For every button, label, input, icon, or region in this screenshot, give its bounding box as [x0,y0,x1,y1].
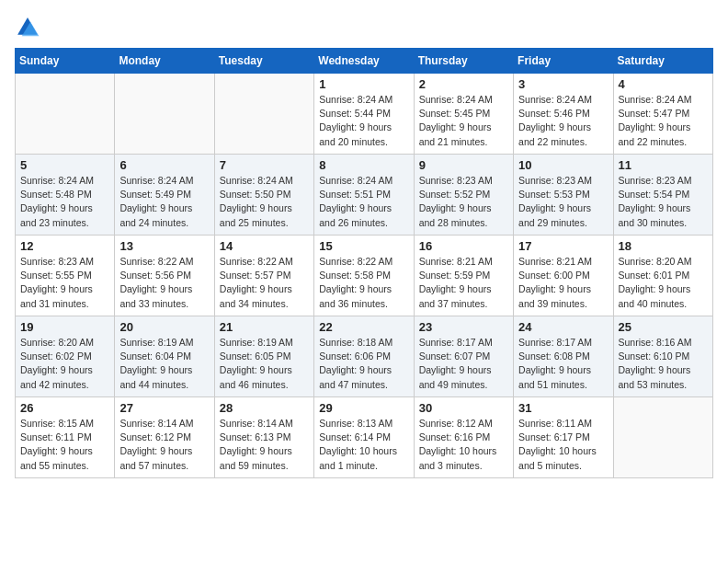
day-detail: Sunrise: 8:23 AM Sunset: 5:54 PM Dayligh… [619,174,708,230]
calendar-cell: 19Sunrise: 8:20 AM Sunset: 6:02 PM Dayli… [16,316,115,397]
day-number: 21 [220,320,309,334]
calendar-cell: 20Sunrise: 8:19 AM Sunset: 6:04 PM Dayli… [115,316,214,397]
day-detail: Sunrise: 8:16 AM Sunset: 6:10 PM Dayligh… [619,336,708,392]
day-detail: Sunrise: 8:23 AM Sunset: 5:53 PM Dayligh… [518,174,608,230]
calendar-cell: 10Sunrise: 8:23 AM Sunset: 5:53 PM Dayli… [514,155,613,236]
day-detail: Sunrise: 8:19 AM Sunset: 6:04 PM Dayligh… [119,336,209,392]
calendar-cell: 28Sunrise: 8:14 AM Sunset: 6:13 PM Dayli… [214,397,313,478]
calendar-cell: 12Sunrise: 8:23 AM Sunset: 5:55 PM Dayli… [16,236,115,316]
day-detail: Sunrise: 8:24 AM Sunset: 5:51 PM Dayligh… [319,174,408,230]
calendar-cell: 3Sunrise: 8:24 AM Sunset: 5:46 PM Daylig… [514,74,613,155]
day-detail: Sunrise: 8:24 AM Sunset: 5:47 PM Dayligh… [619,93,708,149]
day-number: 29 [319,401,408,415]
day-number: 15 [319,239,408,253]
weekday-header: Sunday [16,49,115,74]
day-number: 17 [518,239,608,253]
logo [15,15,44,40]
day-detail: Sunrise: 8:24 AM Sunset: 5:48 PM Dayligh… [20,174,109,230]
day-number: 8 [319,158,408,172]
day-detail: Sunrise: 8:21 AM Sunset: 6:00 PM Dayligh… [518,255,608,311]
calendar-week-row: 19Sunrise: 8:20 AM Sunset: 6:02 PM Dayli… [16,316,713,397]
day-number: 18 [619,239,708,253]
day-detail: Sunrise: 8:22 AM Sunset: 5:57 PM Dayligh… [220,255,309,311]
calendar-cell: 8Sunrise: 8:24 AM Sunset: 5:51 PM Daylig… [314,155,414,236]
calendar-cell: 22Sunrise: 8:18 AM Sunset: 6:06 PM Dayli… [314,316,414,397]
day-number: 12 [20,239,109,253]
day-number: 14 [220,239,309,253]
day-number: 23 [419,320,508,334]
calendar-cell: 4Sunrise: 8:24 AM Sunset: 5:47 PM Daylig… [613,74,712,155]
calendar-week-row: 1Sunrise: 8:24 AM Sunset: 5:44 PM Daylig… [16,74,713,155]
day-number: 22 [319,320,408,334]
calendar-cell: 31Sunrise: 8:11 AM Sunset: 6:17 PM Dayli… [514,397,613,478]
day-number: 9 [419,158,508,172]
calendar-week-row: 26Sunrise: 8:15 AM Sunset: 6:11 PM Dayli… [16,397,713,478]
calendar-cell: 2Sunrise: 8:24 AM Sunset: 5:45 PM Daylig… [414,74,513,155]
day-number: 10 [518,158,608,172]
day-detail: Sunrise: 8:20 AM Sunset: 6:02 PM Dayligh… [20,336,109,392]
calendar-cell [214,74,313,155]
day-detail: Sunrise: 8:12 AM Sunset: 6:16 PM Dayligh… [419,417,508,473]
weekday-header: Thursday [414,49,513,74]
page-header [15,15,713,40]
calendar-cell: 1Sunrise: 8:24 AM Sunset: 5:44 PM Daylig… [314,74,414,155]
calendar-cell: 18Sunrise: 8:20 AM Sunset: 6:01 PM Dayli… [613,236,712,316]
calendar-cell [16,74,115,155]
calendar-cell: 25Sunrise: 8:16 AM Sunset: 6:10 PM Dayli… [613,316,712,397]
day-detail: Sunrise: 8:20 AM Sunset: 6:01 PM Dayligh… [619,255,708,311]
day-detail: Sunrise: 8:17 AM Sunset: 6:07 PM Dayligh… [419,336,508,392]
day-detail: Sunrise: 8:23 AM Sunset: 5:52 PM Dayligh… [419,174,508,230]
weekday-header: Wednesday [314,49,414,74]
day-number: 3 [518,77,608,91]
day-detail: Sunrise: 8:24 AM Sunset: 5:46 PM Dayligh… [518,93,608,149]
calendar-cell: 13Sunrise: 8:22 AM Sunset: 5:56 PM Dayli… [115,236,214,316]
day-number: 30 [419,401,508,415]
calendar-cell: 17Sunrise: 8:21 AM Sunset: 6:00 PM Dayli… [514,236,613,316]
calendar-cell: 15Sunrise: 8:22 AM Sunset: 5:58 PM Dayli… [314,236,414,316]
day-detail: Sunrise: 8:14 AM Sunset: 6:12 PM Dayligh… [119,417,209,473]
day-detail: Sunrise: 8:21 AM Sunset: 5:59 PM Dayligh… [419,255,508,311]
calendar-cell: 21Sunrise: 8:19 AM Sunset: 6:05 PM Dayli… [214,316,313,397]
logo-icon [15,15,40,40]
calendar-cell: 9Sunrise: 8:23 AM Sunset: 5:52 PM Daylig… [414,155,513,236]
day-detail: Sunrise: 8:15 AM Sunset: 6:11 PM Dayligh… [20,417,109,473]
day-number: 7 [220,158,309,172]
day-number: 31 [518,401,608,415]
day-detail: Sunrise: 8:17 AM Sunset: 6:08 PM Dayligh… [518,336,608,392]
day-detail: Sunrise: 8:19 AM Sunset: 6:05 PM Dayligh… [220,336,309,392]
calendar-cell: 5Sunrise: 8:24 AM Sunset: 5:48 PM Daylig… [16,155,115,236]
day-detail: Sunrise: 8:24 AM Sunset: 5:49 PM Dayligh… [119,174,209,230]
weekday-header: Saturday [613,49,712,74]
day-number: 13 [119,239,209,253]
day-number: 16 [419,239,508,253]
weekday-header: Monday [115,49,214,74]
day-detail: Sunrise: 8:14 AM Sunset: 6:13 PM Dayligh… [220,417,309,473]
day-number: 27 [119,401,209,415]
day-number: 25 [619,320,708,334]
calendar-cell: 23Sunrise: 8:17 AM Sunset: 6:07 PM Dayli… [414,316,513,397]
calendar-cell [613,397,712,478]
calendar-cell: 11Sunrise: 8:23 AM Sunset: 5:54 PM Dayli… [613,155,712,236]
calendar-header-row: SundayMondayTuesdayWednesdayThursdayFrid… [16,49,713,74]
day-detail: Sunrise: 8:24 AM Sunset: 5:44 PM Dayligh… [319,93,408,149]
day-number: 24 [518,320,608,334]
calendar-cell: 16Sunrise: 8:21 AM Sunset: 5:59 PM Dayli… [414,236,513,316]
day-detail: Sunrise: 8:13 AM Sunset: 6:14 PM Dayligh… [319,417,408,473]
calendar-cell: 27Sunrise: 8:14 AM Sunset: 6:12 PM Dayli… [115,397,214,478]
day-detail: Sunrise: 8:24 AM Sunset: 5:50 PM Dayligh… [220,174,309,230]
calendar-cell: 29Sunrise: 8:13 AM Sunset: 6:14 PM Dayli… [314,397,414,478]
day-number: 28 [220,401,309,415]
weekday-header: Friday [514,49,613,74]
day-number: 6 [119,158,209,172]
day-number: 1 [319,77,408,91]
day-number: 19 [20,320,109,334]
day-number: 26 [20,401,109,415]
day-detail: Sunrise: 8:11 AM Sunset: 6:17 PM Dayligh… [518,417,608,473]
day-number: 2 [419,77,508,91]
day-detail: Sunrise: 8:23 AM Sunset: 5:55 PM Dayligh… [20,255,109,311]
day-number: 5 [20,158,109,172]
day-number: 4 [619,77,708,91]
day-detail: Sunrise: 8:24 AM Sunset: 5:45 PM Dayligh… [419,93,508,149]
calendar-cell: 30Sunrise: 8:12 AM Sunset: 6:16 PM Dayli… [414,397,513,478]
calendar-week-row: 5Sunrise: 8:24 AM Sunset: 5:48 PM Daylig… [16,155,713,236]
